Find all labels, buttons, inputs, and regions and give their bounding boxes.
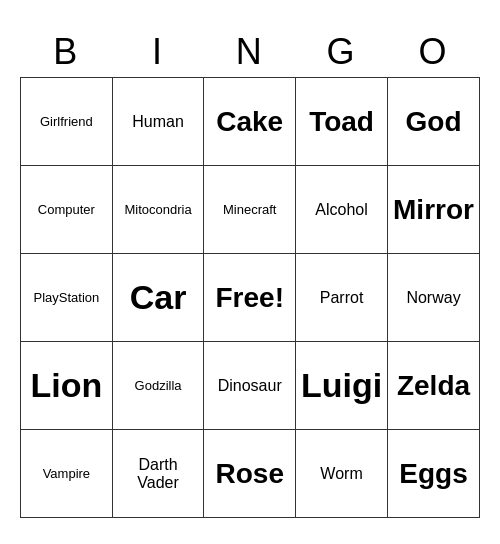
bingo-cell: Darth Vader xyxy=(112,430,204,518)
bingo-cell: Car xyxy=(112,254,204,342)
bingo-cell: Rose xyxy=(204,430,296,518)
bingo-cell: Cake xyxy=(204,78,296,166)
bingo-card: BINGO GirlfriendHumanCakeToadGodComputer… xyxy=(20,26,480,519)
header-letter: O xyxy=(388,26,480,78)
header-row: BINGO xyxy=(21,26,480,78)
bingo-cell: Minecraft xyxy=(204,166,296,254)
bingo-cell: Parrot xyxy=(296,254,388,342)
bingo-cell: Vampire xyxy=(21,430,113,518)
bingo-cell: Worm xyxy=(296,430,388,518)
table-row: PlayStationCarFree!ParrotNorway xyxy=(21,254,480,342)
bingo-cell: PlayStation xyxy=(21,254,113,342)
header-letter: I xyxy=(112,26,204,78)
bingo-cell: Human xyxy=(112,78,204,166)
header-letter: G xyxy=(296,26,388,78)
bingo-cell: Computer xyxy=(21,166,113,254)
bingo-cell: Luigi xyxy=(296,342,388,430)
header-letter: N xyxy=(204,26,296,78)
bingo-cell: Free! xyxy=(204,254,296,342)
table-row: ComputerMitocondriaMinecraftAlcoholMirro… xyxy=(21,166,480,254)
bingo-cell: Eggs xyxy=(388,430,480,518)
bingo-cell: Lion xyxy=(21,342,113,430)
bingo-cell: Mitocondria xyxy=(112,166,204,254)
bingo-cell: Dinosaur xyxy=(204,342,296,430)
bingo-cell: Mirror xyxy=(388,166,480,254)
bingo-cell: Alcohol xyxy=(296,166,388,254)
bingo-cell: God xyxy=(388,78,480,166)
bingo-cell: Godzilla xyxy=(112,342,204,430)
bingo-cell: Toad xyxy=(296,78,388,166)
table-row: GirlfriendHumanCakeToadGod xyxy=(21,78,480,166)
header-letter: B xyxy=(21,26,113,78)
table-row: VampireDarth VaderRoseWormEggs xyxy=(21,430,480,518)
bingo-cell: Girlfriend xyxy=(21,78,113,166)
table-row: LionGodzillaDinosaurLuigiZelda xyxy=(21,342,480,430)
bingo-cell: Norway xyxy=(388,254,480,342)
bingo-cell: Zelda xyxy=(388,342,480,430)
